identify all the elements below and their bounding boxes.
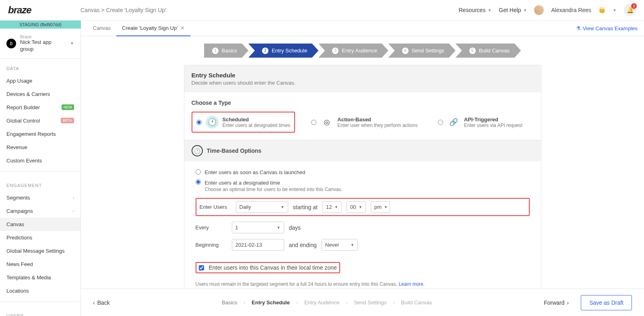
resources-link[interactable]: Resources▼ (458, 7, 491, 13)
type-action-based[interactable]: ◎ Action-Based Enter user when they perf… (307, 112, 421, 132)
scheduled-radio[interactable] (196, 120, 202, 125)
fstep-basics[interactable]: Basics (222, 299, 237, 306)
step-build-canvas[interactable]: 5Build Canvas (456, 44, 521, 58)
type-scheduled[interactable]: 🕐 Scheduled Enter users at designated ti… (192, 112, 295, 133)
timezone-checkbox[interactable] (199, 265, 204, 270)
step-entry-audience[interactable]: 3Entry Audience (318, 44, 388, 58)
api-radio[interactable] (438, 120, 443, 125)
chevron-right-icon: › (73, 195, 74, 200)
fstep-send-settings[interactable]: Send Settings (354, 299, 386, 306)
tab-create[interactable]: Create 'Loyalty Sign Up'✕ (116, 21, 190, 36)
flask-icon: ⚗ (576, 25, 581, 31)
chevron-down-icon: ▼ (334, 205, 338, 209)
notifications-button[interactable]: 🔔 2 (624, 4, 636, 16)
sidebar-item-label: Locations (6, 288, 29, 294)
chevron-right-icon: › (346, 300, 347, 306)
sidebar-item-locations[interactable]: Locations (0, 284, 80, 297)
panel-title: Entry Schedule (192, 72, 534, 79)
sidebar-item-label: Canvas (6, 221, 24, 227)
sidebar-item-campaigns[interactable]: Campaigns› (0, 204, 80, 218)
ending-select[interactable]: Never▼ (322, 239, 358, 251)
type-text: Scheduled Enter users at designated time… (223, 116, 291, 128)
sidebar-item-global-control[interactable]: Global ControlBETA (0, 114, 80, 127)
get-help-label: Get Help (499, 7, 521, 13)
fstep-entry-audience[interactable]: Entry Audience (304, 299, 339, 306)
time-options-body: Enter users as soon as Canvas is launche… (184, 161, 541, 289)
sidebar-item-canvas[interactable]: Canvas (0, 218, 80, 231)
sidebar-item-devices[interactable]: Devices & Carriers (0, 87, 80, 101)
opt-launch[interactable]: Enter users as soon as Canvas is launche… (196, 169, 530, 175)
type-desc: Enter users at designated times (223, 123, 291, 128)
type-api-triggered[interactable]: 🔗 API-Triggered Enter users via API requ… (434, 112, 526, 132)
footer: ‹Back Basics› Entry Schedule› Entry Audi… (81, 289, 644, 316)
panel-body: Choose a Type 🕐 Scheduled Enter users at… (184, 92, 541, 140)
close-icon[interactable]: ✕ (180, 25, 185, 31)
clock-icon: 🕐 (206, 116, 219, 129)
divider (0, 301, 80, 302)
avatar[interactable] (534, 5, 544, 15)
sidebar: b Braze Nick Test app group ▼ DATA App U… (0, 29, 81, 316)
get-help-link[interactable]: Get Help▼ (499, 7, 527, 13)
panel-subtitle: Decide when users should enter the Canva… (192, 80, 534, 86)
back-button[interactable]: ‹Back (93, 299, 110, 306)
step-send-settings[interactable]: 4Send Settings (388, 44, 456, 58)
beginning-label: Beginning (196, 242, 227, 248)
beginning-input[interactable]: 2021-02-13 (232, 239, 284, 251)
link-icon: 🔗 (447, 116, 460, 129)
timezone-row[interactable]: Enter users into this Canvas in their lo… (196, 262, 340, 273)
enter-users-label: Enter Users (200, 204, 231, 210)
frequency-value: Daily (239, 204, 251, 210)
sidebar-item-global-message[interactable]: Global Message Settings (0, 244, 80, 258)
sidebar-item-label: Devices & Carriers (6, 91, 50, 97)
sidebar-item-label: Custom Events (6, 158, 42, 164)
learn-more-link[interactable]: Learn more. (398, 281, 425, 287)
content: 1Basics 2Entry Schedule 3Entry Audience … (81, 36, 644, 289)
minute-select[interactable]: 00▼ (347, 201, 366, 213)
forward-button[interactable]: Forward› (544, 299, 569, 306)
opt-designated[interactable]: Enter users at a designated time Choose … (196, 179, 530, 192)
notification-count: 2 (631, 3, 637, 9)
hour-select[interactable]: 12▼ (322, 201, 342, 213)
nav-section-data: DATA (0, 59, 80, 74)
sidebar-item-label: News Feed (6, 261, 33, 267)
beta-badge: BETA (61, 118, 74, 123)
opt-launch-radio[interactable] (196, 169, 201, 175)
sidebar-item-engagement-reports[interactable]: Engagement Reports (0, 127, 80, 141)
step-entry-schedule[interactable]: 2Entry Schedule (248, 44, 318, 58)
chevron-down-icon: ▼ (277, 226, 281, 230)
sidebar-item-label: Segments (6, 195, 30, 201)
sidebar-item-app-usage[interactable]: App Usage (0, 74, 80, 87)
every-select[interactable]: 1▼ (232, 222, 284, 233)
entry-schedule-panel: Entry Schedule Decide when users should … (184, 65, 541, 289)
opt-designated-radio[interactable] (196, 179, 201, 185)
chevron-down-icon: ▼ (359, 205, 362, 209)
resources-label: Resources (458, 7, 485, 13)
action-radio[interactable] (311, 120, 316, 125)
app-selector[interactable]: b Braze Nick Test app group ▼ (0, 29, 80, 59)
sidebar-item-segments[interactable]: Segments› (0, 191, 80, 204)
sidebar-item-news-feed[interactable]: News Feed (0, 258, 80, 271)
sidebar-item-report-builder[interactable]: Report BuilderNEW (0, 101, 80, 114)
fstep-build-canvas[interactable]: Build Canvas (401, 299, 432, 306)
ending-value: Never (325, 242, 339, 248)
sidebar-item-predictions[interactable]: Predictions (0, 231, 80, 244)
sidebar-item-revenue[interactable]: Revenue (0, 141, 80, 154)
chevron-down-icon[interactable]: ▼ (613, 8, 617, 12)
step-basics[interactable]: 1Basics (204, 44, 248, 58)
sidebar-item-templates[interactable]: Templates & Media (0, 271, 80, 284)
frequency-select[interactable]: Daily▼ (236, 201, 288, 213)
fstep-entry-schedule[interactable]: Entry Schedule (252, 299, 290, 306)
every-value: 1 (235, 225, 238, 231)
staging-indicator: STAGING (fbd907dd) (0, 21, 81, 29)
tab-canvas[interactable]: Canvas (87, 21, 116, 36)
type-title: API-Triggered (464, 116, 522, 123)
ampm-select[interactable]: pm▼ (371, 201, 390, 213)
sidebar-item-label: Predictions (6, 235, 32, 241)
header-right: Resources▼ Get Help▼ Alexandra Rees 👑 ▼ … (458, 4, 636, 16)
step-label: Send Settings (412, 48, 444, 54)
view-examples-link[interactable]: ⚗View Canvas Examples (576, 25, 638, 31)
save-draft-button[interactable]: Save as Draft (581, 295, 632, 310)
sidebar-item-custom-events[interactable]: Custom Events (0, 154, 80, 167)
logo[interactable]: braze (8, 4, 80, 16)
chevron-down-icon: ▼ (384, 205, 388, 209)
